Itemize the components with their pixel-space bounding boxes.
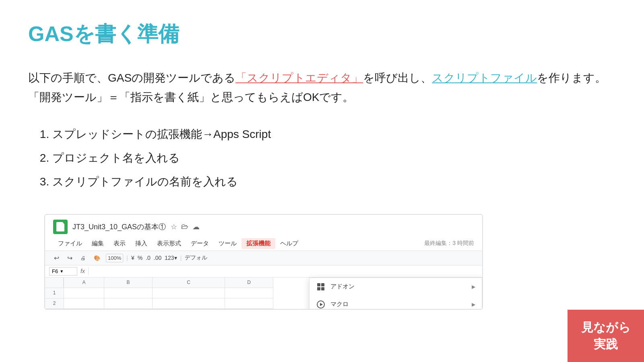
macro-arrow: ▶ [472, 302, 475, 307]
cloud-icon: ☁ [192, 222, 200, 231]
menu-insert[interactable]: 挿入 [130, 238, 152, 249]
steps-list: スプレッドシートの拡張機能→Apps Script プロジェクト名を入れる スク… [52, 123, 616, 193]
toolbar-percent[interactable]: % [138, 255, 142, 261]
spreadsheet-screenshot: JT3_Unit3_10_GASの基本① ☆ 🗁 ☁ ファイル 編集 表示 挿入… [44, 214, 483, 310]
sheets-header: JT3_Unit3_10_GASの基本① ☆ 🗁 ☁ ファイル 編集 表示 挿入… [45, 215, 482, 251]
row-header-2: 2 [45, 298, 64, 309]
menu-help[interactable]: ヘルプ [275, 238, 303, 249]
cell-a1[interactable] [64, 288, 104, 298]
toolbar-decimal1[interactable]: .0 [146, 255, 151, 261]
paint-format-button[interactable] [91, 253, 103, 262]
toolbar-decimal2[interactable]: .00 [154, 255, 161, 261]
formula-bar: F6 ▼ fx [45, 265, 482, 278]
menu-file[interactable]: ファイル [53, 238, 87, 249]
step-2: プロジェクト名を入れる [52, 146, 616, 170]
macro-icon [316, 300, 326, 309]
desc-part2: を呼び出し、 [363, 72, 432, 84]
menu-tools[interactable]: ツール [214, 238, 242, 249]
sheets-toolbar: 100% | ¥ % .0 .00 123▾ | デフォル [45, 251, 482, 265]
dropdown-item-macro[interactable]: マクロ ▶ [310, 296, 482, 310]
dropdown-item-addon[interactable]: アドオン ▶ [310, 278, 482, 296]
badge-line2: 実践 [581, 336, 631, 353]
badge-line1: 見ながら [581, 319, 631, 336]
last-edited: 最終編集：3 時間前 [424, 240, 474, 247]
addon-arrow: ▶ [472, 284, 475, 290]
row-headers: 1 2 [45, 278, 64, 309]
toolbar-separator-1: | [126, 255, 128, 261]
step-3: スクリプトファイルの名前を入れる [52, 170, 616, 194]
spreadsheet-filename: JT3_Unit3_10_GASの基本① [72, 222, 166, 232]
undo-button[interactable] [52, 253, 62, 263]
menu-data[interactable]: データ [186, 238, 214, 249]
corner-badge: 見ながら 実践 [568, 310, 644, 362]
link-script-editor[interactable]: 「スクリプトエディタ」 [235, 72, 363, 84]
menu-extensions[interactable]: 拡張機能 [242, 238, 275, 249]
cell-d2[interactable] [225, 298, 273, 309]
print-button[interactable] [78, 253, 88, 262]
step-1: スプレッドシートの拡張機能→Apps Script [52, 123, 616, 146]
cell-reference-box[interactable]: F6 ▼ [49, 267, 77, 276]
toolbar-currency[interactable]: ¥ [131, 255, 134, 261]
cell-a2[interactable] [64, 298, 104, 309]
cell-ref-dropdown-icon[interactable]: ▼ [60, 269, 64, 274]
sheets-grid: 1 2 A B C D [45, 278, 482, 309]
sheets-menu-bar: ファイル 編集 表示 挿入 表示形式 データ ツール 拡張機能 ヘルプ 最終編集… [53, 237, 474, 251]
cell-ref-value: F6 [52, 268, 58, 274]
folder-icon: 🗁 [181, 222, 188, 231]
star-icon: ☆ [171, 222, 177, 231]
zoom-select[interactable]: 100% [106, 254, 123, 262]
cell-b2[interactable] [104, 298, 153, 309]
toolbar-separator-2: | [180, 255, 182, 261]
formula-fx-icon: fx [80, 268, 85, 274]
extensions-dropdown: アドオン ▶ マクロ ▶ Apps Sc [309, 278, 482, 310]
cell-c2[interactable] [153, 298, 225, 309]
cell-b1[interactable] [104, 288, 153, 298]
sheets-title-icons: ☆ 🗁 ☁ [171, 222, 200, 231]
corner-cell [45, 278, 64, 288]
addon-icon [316, 282, 326, 292]
toolbar-format123[interactable]: 123▾ [165, 255, 177, 261]
cell-c1[interactable] [153, 288, 225, 298]
formula-input[interactable] [88, 267, 478, 275]
col-header-c[interactable]: C [153, 278, 225, 288]
row-header-1: 1 [45, 288, 64, 298]
page-title: GASを書く準備 [28, 20, 616, 48]
desc-part1: 以下の手順で、GASの開発ツールである [28, 72, 235, 84]
menu-edit[interactable]: 編集 [87, 238, 109, 249]
cell-d1[interactable] [225, 288, 273, 298]
link-script-file[interactable]: スクリプトファイル [432, 72, 537, 84]
sheets-app-icon [53, 220, 68, 234]
redo-button[interactable] [65, 253, 75, 263]
col-header-a[interactable]: A [64, 278, 104, 288]
toolbar-default[interactable]: デフォル [185, 254, 207, 261]
col-header-b[interactable]: B [104, 278, 153, 288]
addon-label: アドオン [330, 283, 472, 290]
menu-view[interactable]: 表示 [109, 238, 130, 249]
col-header-d[interactable]: D [225, 278, 273, 288]
description: 以下の手順で、GASの開発ツールである「スクリプトエディタ」を呼び出し、スクリプ… [28, 68, 616, 107]
macro-label: マクロ [330, 300, 472, 308]
menu-format[interactable]: 表示形式 [152, 238, 186, 249]
